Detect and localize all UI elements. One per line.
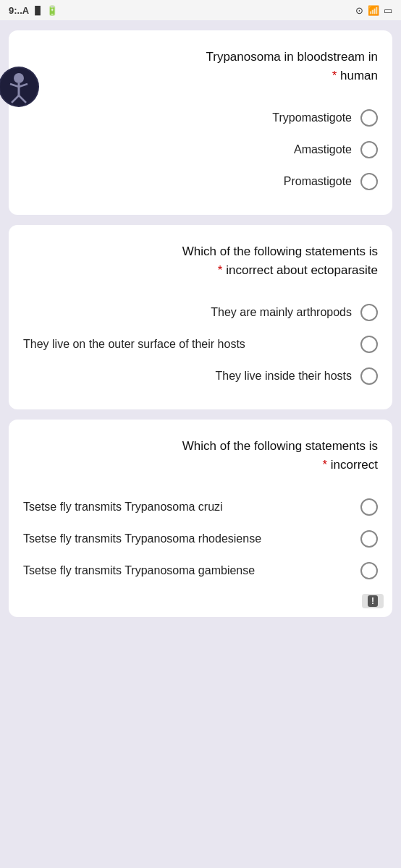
option-row[interactable]: Amastigote <box>23 134 378 166</box>
radio-button[interactable] <box>360 336 378 353</box>
radio-button[interactable] <box>360 141 378 158</box>
radio-button[interactable] <box>360 498 378 516</box>
option-label: Tsetse fly transmits Trypanosoma rhodesi… <box>23 531 360 547</box>
option-label: Tsetse fly transmits Trypanosoma gambien… <box>23 563 360 579</box>
card-2-options: They are mainly arthropods They live on … <box>23 297 378 392</box>
card-3: Which of the following statements is * i… <box>9 420 392 617</box>
card-3-question: Which of the following statements is * i… <box>23 437 378 474</box>
option-row[interactable]: They live on the outer surface of their … <box>23 328 378 360</box>
card-1-options: Trypomastigote Amastigote Promastigote <box>23 102 378 197</box>
radio-button[interactable] <box>360 173 378 190</box>
circle-status-icon: ⊙ <box>355 5 363 16</box>
card-1-question: Trypanosoma in bloodstream in * human <box>23 48 378 85</box>
option-label: They live on the outer surface of their … <box>23 336 360 352</box>
battery-icon: ▭ <box>384 5 392 16</box>
card-3-options: Tsetse fly transmits Trypanosoma cruzi T… <box>23 491 378 600</box>
battery-small-icon: 🔋 <box>46 5 58 16</box>
radio-button[interactable] <box>360 304 378 321</box>
status-bar: 9:..A ▐▌ 🔋 ⊙ 📶 ▭ <box>0 0 401 20</box>
wifi-icon: 📶 <box>368 5 379 16</box>
option-label: They live inside their hosts <box>23 368 360 384</box>
radio-button[interactable] <box>360 562 378 579</box>
svg-point-1 <box>14 73 24 83</box>
option-label: Tsetse fly transmits Trypanosoma cruzi <box>23 499 360 515</box>
option-row[interactable]: Tsetse fly transmits Trypanosoma gambien… <box>23 555 378 600</box>
option-label: Amastigote <box>23 142 360 158</box>
card-1: Trypanosoma in bloodstream in * human Tr… <box>9 30 392 215</box>
option-label: They are mainly arthropods <box>23 305 360 320</box>
option-row[interactable]: They live inside their hosts <box>23 360 378 392</box>
option-row[interactable]: They are mainly arthropods <box>23 297 378 328</box>
badge: ! <box>362 594 384 608</box>
option-label: Promastigote <box>23 174 360 190</box>
option-label: Trypomastigote <box>23 110 360 126</box>
signal-icon: ▐▌ <box>32 6 43 14</box>
radio-button[interactable] <box>360 109 378 127</box>
radio-button[interactable] <box>360 530 378 548</box>
option-row[interactable]: Tsetse fly transmits Trypanosoma rhodesi… <box>23 523 378 555</box>
avatar <box>0 67 39 107</box>
status-icons: ⊙ 📶 ▭ <box>355 5 392 16</box>
card-2: Which of the following statements is * i… <box>9 225 392 409</box>
radio-button[interactable] <box>360 367 378 385</box>
option-row[interactable]: Tsetse fly transmits Trypanosoma cruzi <box>23 491 378 523</box>
exclamation-icon: ! <box>368 595 378 607</box>
card-2-question: Which of the following statements is * i… <box>23 242 378 279</box>
option-row[interactable]: Trypomastigote <box>23 102 378 134</box>
status-time: 9:..A ▐▌ 🔋 <box>9 5 58 16</box>
option-row[interactable]: Promastigote <box>23 166 378 197</box>
